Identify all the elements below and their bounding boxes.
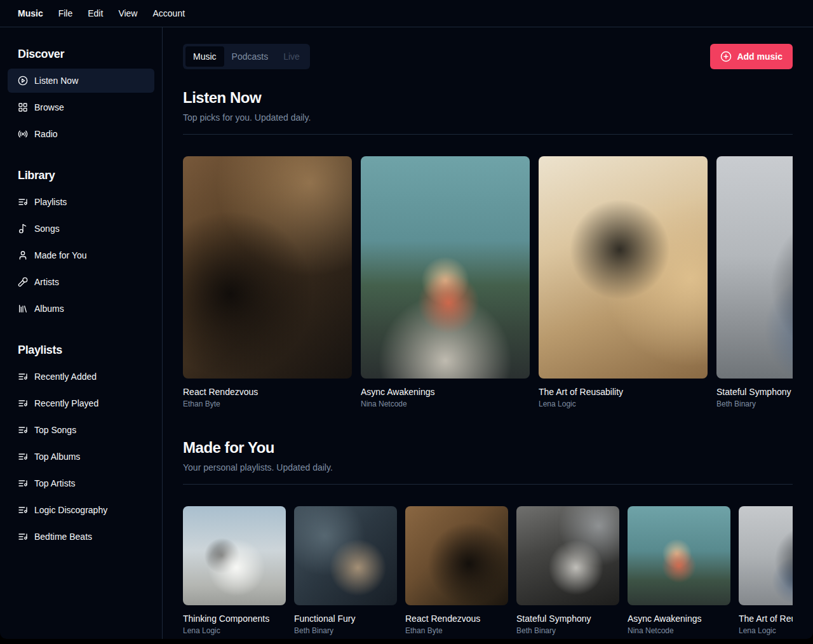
sidebar-item-bedtime-beats[interactable]: Bedtime Beats [8, 525, 154, 549]
playlist-icon [18, 505, 28, 515]
menu-file[interactable]: File [51, 4, 81, 22]
album-card-thinking-components[interactable]: Thinking Components Lena Logic [183, 506, 286, 636]
album-artist: Lena Logic [183, 626, 286, 636]
album-art [628, 506, 730, 605]
play-circle-icon [18, 76, 28, 86]
grid-icon [18, 102, 28, 112]
album-card-the-art-of-reusability[interactable]: The Art of Reusability Lena Logic [539, 156, 708, 409]
album-card-async-awakenings[interactable]: Async Awakenings Nina Netcode [361, 156, 530, 409]
sidebar-item-top-artists[interactable]: Top Artists [8, 471, 154, 495]
sidebar-item-logic-discography[interactable]: Logic Discography [8, 498, 154, 522]
album-title: Functional Fury [294, 613, 397, 624]
album-artist: Lena Logic [739, 626, 793, 636]
album-art [716, 156, 793, 379]
album-art [183, 506, 286, 605]
menu-music[interactable]: Music [10, 4, 51, 22]
playlist-icon [18, 398, 28, 408]
album-artist: Beth Binary [294, 626, 397, 636]
album-card-stateful-symphony[interactable]: Stateful Symphony Beth Binary [516, 506, 619, 636]
sidebar-item-artists[interactable]: Artists [8, 270, 154, 294]
add-music-button[interactable]: Add music [710, 44, 793, 69]
album-artist: Beth Binary [716, 399, 793, 409]
made-for-you-scroll-area[interactable]: Thinking Components Lena Logic Functiona… [183, 495, 793, 636]
sidebar-section-discover: Discover Listen Now Browse Radio [0, 40, 162, 154]
music-app-window: Music File Edit View Account Discover Li… [0, 0, 813, 639]
album-artist: Ethan Byte [183, 399, 352, 409]
album-artist: Beth Binary [516, 626, 619, 636]
album-title: Stateful Symphony [516, 613, 619, 624]
sidebar-item-listen-now[interactable]: Listen Now [8, 69, 154, 93]
sidebar-item-top-albums[interactable]: Top Albums [8, 445, 154, 469]
menu-account[interactable]: Account [145, 4, 192, 22]
sidebar: Discover Listen Now Browse Radio [0, 27, 163, 639]
album-art [361, 156, 530, 379]
sidebar-item-label: Albums [34, 304, 64, 314]
sidebar-item-label: Recently Added [34, 372, 97, 382]
album-title: Thinking Components [183, 613, 286, 624]
playlist-icon [18, 532, 28, 542]
add-music-label: Add music [737, 51, 783, 62]
album-card-react-rendezvous[interactable]: React Rendezvous Ethan Byte [405, 506, 508, 636]
library-icon [18, 304, 28, 314]
album-title: The Art of Reusability [739, 613, 793, 624]
sidebar-item-label: Top Artists [34, 478, 76, 488]
playlist-icon [18, 425, 28, 435]
tab-podcasts[interactable]: Podcasts [224, 46, 276, 67]
album-artist: Ethan Byte [405, 626, 508, 636]
sidebar-item-label: Logic Discography [34, 505, 107, 515]
plus-circle-icon [720, 51, 732, 62]
sidebar-item-recently-played[interactable]: Recently Played [8, 391, 154, 415]
section-listen-now: Listen Now Top picks for you. Updated da… [183, 88, 793, 409]
sidebar-item-albums[interactable]: Albums [8, 297, 154, 321]
album-title: The Art of Reusability [539, 386, 708, 398]
sidebar-item-label: Top Songs [34, 425, 76, 435]
sidebar-heading-playlists: Playlists [8, 341, 154, 359]
user-icon [18, 250, 28, 260]
album-title: Stateful Symphony [716, 386, 793, 398]
sidebar-item-recently-added[interactable]: Recently Added [8, 365, 154, 389]
album-art [294, 506, 397, 605]
menu-edit[interactable]: Edit [80, 4, 111, 22]
sidebar-item-made-for-you[interactable]: Made for You [8, 243, 154, 267]
music-note-icon [18, 224, 28, 234]
separator [183, 484, 793, 485]
album-artist: Lena Logic [539, 399, 708, 409]
sidebar-item-label: Made for You [34, 250, 87, 260]
sidebar-heading-library: Library [8, 166, 154, 184]
album-art [405, 506, 508, 605]
sidebar-item-label: Listen Now [34, 76, 78, 86]
sidebar-item-label: Playlists [34, 197, 67, 207]
tab-live: Live [276, 46, 307, 67]
radio-icon [18, 129, 28, 139]
sidebar-item-browse[interactable]: Browse [8, 95, 154, 119]
album-artist: Nina Netcode [361, 399, 530, 409]
album-art [739, 506, 793, 605]
sidebar-item-label: Browse [34, 102, 64, 112]
sidebar-item-playlists[interactable]: Playlists [8, 190, 154, 214]
album-card-functional-fury[interactable]: Functional Fury Beth Binary [294, 506, 397, 636]
album-card-the-art-of-reusability[interactable]: The Art of Reusability Lena Logic [739, 506, 793, 636]
playlist-icon [18, 197, 28, 207]
album-title: React Rendezvous [405, 613, 508, 624]
sidebar-item-songs[interactable]: Songs [8, 217, 154, 241]
album-card-react-rendezvous[interactable]: React Rendezvous Ethan Byte [183, 156, 352, 409]
section-title: Listen Now [183, 88, 793, 107]
page-background: Music File Edit View Account Discover Li… [0, 0, 813, 644]
album-card-async-awakenings[interactable]: Async Awakenings Nina Netcode [628, 506, 730, 636]
sidebar-item-label: Bedtime Beats [34, 532, 92, 542]
sidebar-item-label: Radio [34, 129, 58, 139]
section-subtitle: Top picks for you. Updated daily. [183, 111, 793, 124]
menu-view[interactable]: View [111, 4, 145, 22]
main-content: Music Podcasts Live Add music Listen Now… [163, 27, 813, 639]
listen-now-scroll-area[interactable]: React Rendezvous Ethan Byte Async Awaken… [183, 145, 793, 409]
sidebar-item-radio[interactable]: Radio [8, 122, 154, 146]
section-made-for-you: Made for You Your personal playlists. Up… [183, 438, 793, 636]
microphone-icon [18, 277, 28, 287]
album-art [183, 156, 352, 379]
sidebar-section-library: Library Playlists Songs Made for You [0, 161, 162, 328]
tab-music[interactable]: Music [185, 46, 224, 67]
album-card-stateful-symphony[interactable]: Stateful Symphony Beth Binary [716, 156, 793, 409]
separator [183, 134, 793, 135]
section-subtitle: Your personal playlists. Updated daily. [183, 461, 793, 474]
sidebar-item-top-songs[interactable]: Top Songs [8, 418, 154, 442]
